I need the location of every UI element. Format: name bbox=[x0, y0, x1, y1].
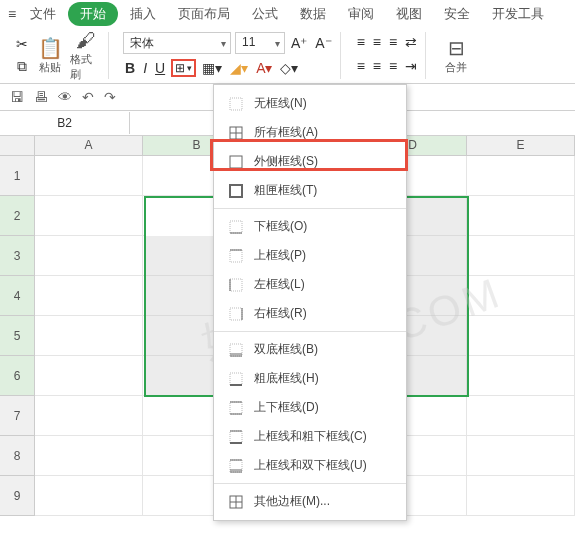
border-dropdown-highlighted[interactable]: ⊞ ▾ bbox=[171, 59, 196, 77]
border-menu-item[interactable]: 上框线和粗下框线(C) bbox=[214, 422, 406, 451]
border-menu-item[interactable]: 粗底框线(H) bbox=[214, 364, 406, 393]
cell[interactable] bbox=[467, 276, 575, 316]
save-icon[interactable]: 🖫 bbox=[10, 89, 24, 105]
cell[interactable] bbox=[467, 196, 575, 236]
border-menu-item[interactable]: 上框线和双下框线(U) bbox=[214, 451, 406, 480]
clear-format-icon[interactable]: ◇▾ bbox=[278, 58, 300, 78]
border-menu-item[interactable]: 外侧框线(S) bbox=[214, 147, 406, 176]
border-menu-item[interactable]: 其他边框(M)... bbox=[214, 487, 406, 516]
menu-page-layout[interactable]: 页面布局 bbox=[168, 1, 240, 27]
cell[interactable] bbox=[35, 156, 143, 196]
border-menu-item[interactable]: 上下框线(D) bbox=[214, 393, 406, 422]
row-header[interactable]: 6 bbox=[0, 356, 35, 396]
cell[interactable] bbox=[35, 396, 143, 436]
font-size-select[interactable]: 11 bbox=[235, 32, 285, 54]
cell[interactable] bbox=[467, 356, 575, 396]
menu-review[interactable]: 审阅 bbox=[338, 1, 384, 27]
align-top-icon[interactable]: ≡ bbox=[355, 32, 367, 52]
cell[interactable] bbox=[35, 276, 143, 316]
preview-icon[interactable]: 👁 bbox=[58, 89, 72, 105]
border-menu-item[interactable]: 无框线(N) bbox=[214, 89, 406, 118]
border-menu-item[interactable]: 所有框线(A) bbox=[214, 118, 406, 147]
top-border-icon bbox=[228, 248, 244, 264]
select-all-corner[interactable] bbox=[0, 136, 35, 156]
menu-home[interactable]: 开始 bbox=[68, 2, 118, 26]
border-menu-item[interactable]: 左框线(L) bbox=[214, 270, 406, 299]
right-border-icon bbox=[228, 306, 244, 322]
align-center-icon[interactable]: ≡ bbox=[371, 56, 383, 76]
svg-rect-8 bbox=[230, 250, 242, 262]
menu-data[interactable]: 数据 bbox=[290, 1, 336, 27]
increase-font-icon[interactable]: A⁺ bbox=[289, 33, 309, 53]
fill-color-icon[interactable]: ▦▾ bbox=[200, 58, 224, 78]
copy-icon[interactable]: ⧉ bbox=[15, 56, 29, 77]
decrease-font-icon[interactable]: A⁻ bbox=[313, 33, 333, 53]
print-icon[interactable]: 🖶 bbox=[34, 89, 48, 105]
border-icon: ⊞ bbox=[175, 61, 185, 75]
border-menu-item[interactable]: 双底框线(B) bbox=[214, 335, 406, 364]
border-menu-item[interactable]: 粗匣框线(T) bbox=[214, 176, 406, 205]
cell[interactable] bbox=[467, 476, 575, 516]
top-thick-bottom-border-icon bbox=[228, 429, 244, 445]
border-menu-item[interactable]: 上框线(P) bbox=[214, 241, 406, 270]
row-header[interactable]: 1 bbox=[0, 156, 35, 196]
cell[interactable] bbox=[35, 436, 143, 476]
cut-icon[interactable]: ✂ bbox=[14, 34, 30, 54]
cell[interactable] bbox=[467, 436, 575, 476]
col-header[interactable]: E bbox=[467, 136, 575, 156]
left-border-icon bbox=[228, 277, 244, 293]
all-border-icon bbox=[228, 125, 244, 141]
border-menu-item[interactable]: 下框线(O) bbox=[214, 212, 406, 241]
undo-icon[interactable]: ↶ bbox=[82, 89, 94, 105]
align-middle-icon[interactable]: ≡ bbox=[371, 32, 383, 52]
italic-icon[interactable]: I bbox=[141, 58, 149, 78]
hamburger-icon[interactable]: ≡ bbox=[8, 6, 16, 22]
border-menu-label: 右框线(R) bbox=[254, 305, 307, 322]
name-box[interactable]: B2 bbox=[0, 112, 130, 134]
row-header[interactable]: 5 bbox=[0, 316, 35, 356]
row-header[interactable]: 3 bbox=[0, 236, 35, 276]
merge-button[interactable]: ⊟ 合并 bbox=[440, 36, 472, 75]
row-header[interactable]: 2 bbox=[0, 196, 35, 236]
border-menu-label: 上框线和双下框线(U) bbox=[254, 457, 367, 474]
format-painter-button[interactable]: 🖌 格式刷 bbox=[70, 29, 102, 82]
cell[interactable] bbox=[467, 236, 575, 276]
paste-button[interactable]: 📋 粘贴 bbox=[34, 36, 66, 75]
underline-icon[interactable]: U bbox=[153, 58, 167, 78]
row-header[interactable]: 8 bbox=[0, 436, 35, 476]
cell[interactable] bbox=[467, 396, 575, 436]
border-menu-label: 所有框线(A) bbox=[254, 124, 318, 141]
align-right-icon[interactable]: ≡ bbox=[387, 56, 399, 76]
cell[interactable] bbox=[35, 476, 143, 516]
indent-icon[interactable]: ⇥ bbox=[403, 56, 419, 76]
row-header[interactable]: 9 bbox=[0, 476, 35, 516]
font-name-select[interactable]: 宋体 bbox=[123, 32, 231, 54]
row-header[interactable]: 7 bbox=[0, 396, 35, 436]
font-color-icon[interactable]: A▾ bbox=[254, 58, 274, 78]
menu-view[interactable]: 视图 bbox=[386, 1, 432, 27]
redo-icon[interactable]: ↷ bbox=[104, 89, 116, 105]
merge-label: 合并 bbox=[445, 60, 467, 75]
border-menu-label: 上框线和粗下框线(C) bbox=[254, 428, 367, 445]
cell[interactable] bbox=[35, 236, 143, 276]
align-bottom-icon[interactable]: ≡ bbox=[387, 32, 399, 52]
row-header[interactable]: 4 bbox=[0, 276, 35, 316]
menu-insert[interactable]: 插入 bbox=[120, 1, 166, 27]
border-menu-label: 粗底框线(H) bbox=[254, 370, 319, 387]
cell[interactable] bbox=[467, 316, 575, 356]
menu-formula[interactable]: 公式 bbox=[242, 1, 288, 27]
align-left-icon[interactable]: ≡ bbox=[355, 56, 367, 76]
cell[interactable] bbox=[35, 356, 143, 396]
border-menu-item[interactable]: 右框线(R) bbox=[214, 299, 406, 328]
col-header[interactable]: A bbox=[35, 136, 143, 156]
bold-icon[interactable]: B bbox=[123, 58, 137, 78]
cell[interactable] bbox=[35, 316, 143, 356]
highlight-icon[interactable]: ◢▾ bbox=[228, 58, 250, 78]
svg-rect-17 bbox=[230, 373, 242, 385]
cell[interactable] bbox=[467, 156, 575, 196]
orientation-icon[interactable]: ⇄ bbox=[403, 32, 419, 52]
cell[interactable] bbox=[35, 196, 143, 236]
menu-file[interactable]: 文件 bbox=[20, 1, 66, 27]
menu-devtools[interactable]: 开发工具 bbox=[482, 1, 554, 27]
menu-security[interactable]: 安全 bbox=[434, 1, 480, 27]
